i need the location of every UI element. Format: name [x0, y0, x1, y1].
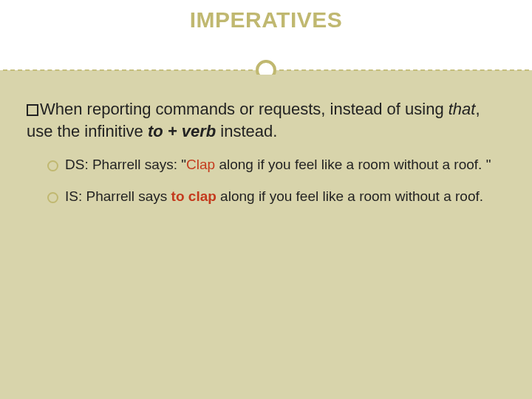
lead-post: instead.	[216, 122, 277, 140]
header-band: IMPERATIVES	[0, 0, 532, 70]
slide-title: IMPERATIVES	[0, 0, 532, 33]
list-item: IS: Pharrell says to clap along if you f…	[47, 187, 505, 207]
bullet-highlight: to clap	[171, 188, 216, 204]
bullet-rest: along if you feel like a room without a …	[216, 188, 483, 204]
lead-to-verb: to + verb	[148, 122, 216, 140]
dash-right	[279, 69, 529, 71]
divider	[0, 59, 532, 81]
content-area: When reporting commands or requests, ins…	[0, 70, 532, 207]
dash-left	[3, 69, 253, 71]
square-bullet-icon	[27, 104, 38, 116]
bullet-prefix: DS: Pharrell says: "	[65, 157, 186, 172]
lead-pre: When reporting commands or requests, ins…	[40, 100, 449, 118]
lead-text: When reporting commands or requests, ins…	[27, 98, 505, 142]
bullet-list: DS: Pharrell says: "Clap along if you fe…	[27, 155, 505, 206]
bullet-prefix: IS: Pharrell says	[65, 188, 171, 204]
list-item: DS: Pharrell says: "Clap along if you fe…	[47, 155, 505, 175]
bullet-rest: along if you feel like a room without a …	[215, 157, 491, 172]
bullet-highlight: Clap	[186, 157, 215, 172]
lead-that: that	[449, 100, 476, 118]
circle-icon	[256, 60, 276, 81]
